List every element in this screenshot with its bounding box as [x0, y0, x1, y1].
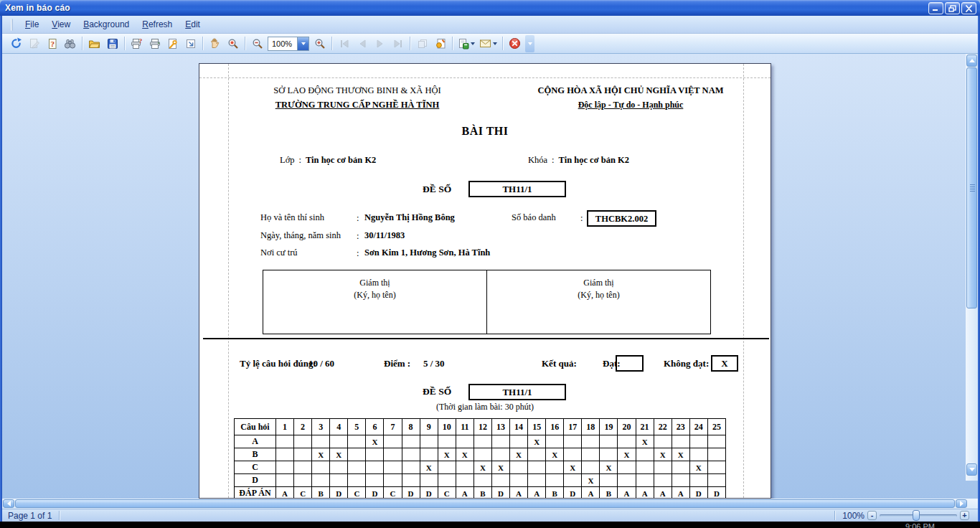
customize-button[interactable]	[25, 35, 43, 52]
scroll-right-button[interactable]	[956, 499, 967, 508]
next-page-button[interactable]	[371, 35, 389, 52]
chevron-down-icon	[528, 42, 532, 45]
vertical-scroll-thumb[interactable]	[966, 67, 977, 308]
answer-cell: C	[235, 461, 276, 474]
course-label: Khóa	[528, 155, 547, 165]
print-dialog-button[interactable]: ?	[128, 35, 146, 52]
answer-table: Câu hỏi123456789101112131415161718192021…	[234, 418, 726, 499]
toolbar-overflow-button[interactable]	[525, 35, 534, 52]
zoom-in-slider-button[interactable]: +	[960, 511, 969, 520]
toolbar-separator	[410, 37, 410, 50]
vertical-scrollbar[interactable]	[966, 54, 978, 481]
scroll-up-button[interactable]	[966, 55, 977, 67]
menu-view[interactable]: View	[45, 17, 77, 32]
answer-cell: 22	[654, 419, 672, 435]
refresh-button[interactable]	[7, 35, 25, 52]
scroll-down-button[interactable]	[966, 463, 977, 476]
answer-cell	[582, 461, 600, 474]
answer-cell	[438, 474, 456, 487]
ketqua-label: Kết quả:	[542, 358, 577, 369]
chevron-right-icon	[960, 501, 963, 506]
colon: :	[547, 155, 558, 165]
khongdat-checkbox: X	[711, 355, 738, 372]
open-button[interactable]	[85, 35, 103, 52]
answer-cell: A	[235, 435, 276, 448]
toolbar-separator	[202, 37, 203, 50]
answer-cell: X	[636, 435, 654, 448]
toolbar-separator	[245, 37, 245, 50]
answer-cell	[473, 474, 491, 487]
find-button[interactable]	[61, 35, 79, 52]
ratio-value: 10 / 60	[308, 358, 334, 369]
colon: :	[357, 231, 359, 242]
printer-icon	[149, 38, 161, 50]
answer-cell	[564, 435, 582, 448]
hand-tool-button[interactable]	[206, 35, 224, 52]
first-page-button[interactable]	[335, 35, 353, 52]
title-bar[interactable]: Xem in báo cáo	[0, 0, 980, 16]
menu-file[interactable]: File	[19, 17, 45, 32]
answer-cell	[438, 435, 456, 448]
zoom-slider-track[interactable]	[880, 514, 957, 517]
zoom-slider-thumb[interactable]	[913, 510, 920, 521]
horizontal-scrollbar[interactable]	[2, 499, 978, 509]
answer-cell: X	[420, 461, 438, 474]
export-document-button[interactable]	[456, 35, 477, 52]
print-button[interactable]	[146, 35, 164, 52]
toolbar: ?	[2, 34, 978, 54]
previous-page-button[interactable]	[353, 35, 371, 52]
page-setup-button[interactable]	[164, 35, 182, 52]
minimize-button[interactable]	[928, 2, 943, 14]
menu-refresh[interactable]: Refresh	[136, 17, 179, 32]
answer-cell	[473, 448, 491, 461]
answer-cell: X	[330, 448, 348, 461]
scale-button[interactable]	[182, 35, 199, 52]
section-divider	[203, 338, 769, 339]
menu-background[interactable]: Background	[77, 17, 136, 32]
answer-cell: 23	[672, 419, 689, 435]
chevron-down-icon[interactable]	[471, 42, 475, 45]
save-button[interactable]	[103, 35, 121, 52]
close-preview-button[interactable]	[506, 35, 524, 52]
answer-cell: X	[600, 461, 618, 474]
answer-cell: X	[312, 448, 330, 461]
export-icon	[458, 38, 469, 50]
table-row: AXXX	[235, 435, 726, 448]
restore-button[interactable]	[945, 2, 960, 14]
menu-edit[interactable]: Edit	[179, 17, 207, 32]
close-icon	[965, 5, 973, 12]
scroll-left-button[interactable]	[3, 499, 14, 508]
answer-cell: Câu hỏi	[235, 419, 276, 435]
answer-cell	[672, 474, 689, 487]
answer-cell	[384, 461, 402, 474]
minimize-icon	[932, 5, 940, 11]
answer-cell: 15	[528, 419, 546, 435]
org-name: TRƯỜNG TRUNG CẤP NGHỀ HÀ TĨNH	[242, 98, 472, 112]
answer-cell: 9	[420, 419, 438, 435]
menu-grip[interactable]	[11, 19, 13, 31]
multiple-pages-button[interactable]	[413, 35, 431, 52]
chevron-down-icon[interactable]	[493, 42, 497, 45]
page-background-button[interactable]	[431, 35, 449, 52]
preview-canvas[interactable]: SỞ LAO ĐỘNG THƯƠNG BINH & XÃ HỘI TRƯỜNG …	[2, 54, 978, 499]
answer-cell	[330, 474, 348, 487]
horizontal-scroll-thumb[interactable]	[15, 499, 955, 508]
zoom-out-slider-button[interactable]: -	[867, 511, 877, 520]
zoom-combobox[interactable]: 100%	[268, 37, 309, 51]
answer-cell	[384, 448, 402, 461]
stop-close-icon	[509, 37, 521, 50]
zoom-in-button[interactable]	[311, 35, 329, 52]
answer-cell: 1	[276, 419, 294, 435]
answer-cell	[672, 461, 689, 474]
send-email-button[interactable]	[477, 35, 499, 52]
zoom-tool-button[interactable]	[224, 35, 242, 52]
zoom-out-button[interactable]	[248, 35, 266, 52]
answer-cell	[276, 448, 294, 461]
last-page-button[interactable]	[389, 35, 407, 52]
help-button[interactable]: ?	[43, 35, 61, 52]
colon: :	[580, 213, 583, 224]
answer-cell: A	[618, 487, 636, 499]
close-button[interactable]	[961, 2, 976, 14]
zoom-dropdown-button[interactable]	[297, 37, 308, 50]
toolbar-separator	[452, 37, 453, 50]
